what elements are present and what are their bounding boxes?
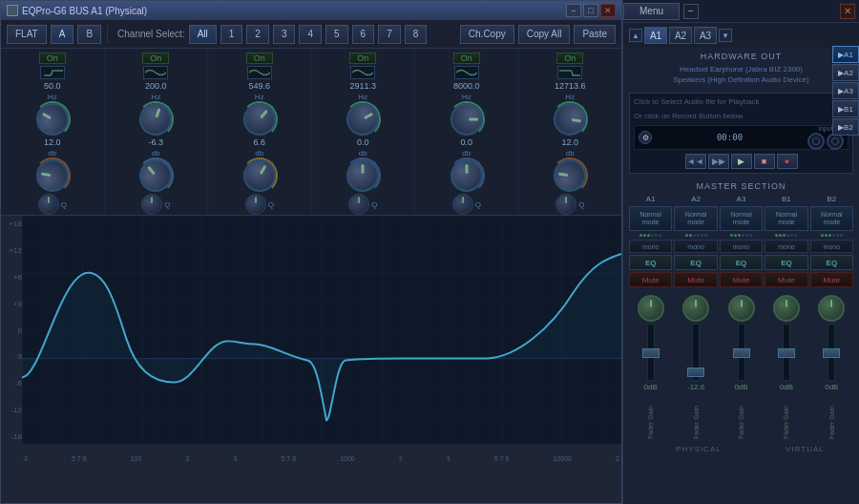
band-1-gain-knob[interactable] — [34, 159, 71, 192]
band-2-gain-knob[interactable] — [137, 159, 174, 192]
band-3-q-knob[interactable] — [245, 194, 266, 215]
fast-forward-btn[interactable]: ▶▶ — [708, 154, 729, 169]
preset-a-button[interactable]: A — [51, 25, 74, 44]
stop-btn[interactable]: ■ — [754, 154, 775, 169]
fader-a3-track[interactable] — [738, 324, 745, 381]
fader-a1-knob[interactable] — [638, 295, 664, 322]
band-2-freq-knob[interactable] — [137, 103, 174, 136]
minimize-btn[interactable]: − — [566, 4, 581, 17]
band-4-on-btn[interactable]: On — [349, 52, 376, 64]
side-label-a1[interactable]: ▶A1 — [832, 46, 859, 63]
band-4-q-knob[interactable] — [348, 194, 369, 215]
ch-2-btn[interactable]: 2 — [246, 25, 269, 44]
fader-a1-handle[interactable] — [642, 348, 660, 358]
band-1-filter-icon[interactable] — [40, 66, 65, 79]
ch-1-btn[interactable]: 1 — [220, 25, 243, 44]
paste-btn[interactable]: Paste — [574, 25, 616, 44]
ch-all-btn[interactable]: All — [189, 25, 217, 44]
ch-b2-mute-btn[interactable]: Mute — [810, 272, 853, 287]
record-btn[interactable]: ● — [777, 154, 798, 169]
rewind-btn[interactable]: ◄◄ — [685, 154, 706, 169]
fader-b1-knob[interactable] — [773, 295, 800, 322]
ch-8-btn[interactable]: 8 — [405, 25, 428, 44]
ch-a2-eq-btn[interactable]: EQ — [674, 255, 717, 270]
ch-a1-mono-btn[interactable]: mono — [629, 240, 672, 253]
preset-b-button[interactable]: B — [77, 25, 101, 44]
band-2-on-btn[interactable]: On — [142, 52, 169, 64]
ch-a3-mute-btn[interactable]: Mute — [720, 272, 763, 287]
ch-tab-a3[interactable]: A3 — [694, 27, 717, 44]
ch-4-btn[interactable]: 4 — [299, 25, 322, 44]
ch-b1-mono-btn[interactable]: mono — [765, 240, 807, 253]
close-btn[interactable]: ✕ — [600, 4, 616, 17]
eq-curve-display[interactable] — [22, 216, 621, 444]
menu-button[interactable]: Menu — [623, 3, 680, 20]
band-3-gain-knob[interactable] — [241, 159, 278, 192]
band-3-filter-icon[interactable] — [247, 66, 272, 79]
gear-icon[interactable]: ⚙ — [639, 131, 652, 144]
ch-a1-mode-btn[interactable]: Normalmode — [629, 206, 672, 231]
fader-a2-track[interactable] — [692, 324, 700, 381]
ch-b2-mono-btn[interactable]: mono — [810, 240, 853, 253]
ch-b1-eq-btn[interactable]: EQ — [765, 255, 807, 270]
play-btn[interactable]: ▶ — [731, 154, 752, 169]
band-1-on-btn[interactable]: On — [39, 52, 66, 64]
fader-b2-track[interactable] — [828, 324, 835, 381]
ch-a3-mode-btn[interactable]: Normalmode — [720, 206, 763, 231]
ch-nav-up[interactable]: ▲ — [629, 29, 642, 42]
ch-tab-a2[interactable]: A2 — [669, 27, 692, 44]
band-2-q-knob[interactable] — [141, 194, 162, 215]
ch-b1-mode-btn[interactable]: Normalmode — [765, 206, 807, 231]
ch-3-btn[interactable]: 3 — [273, 25, 296, 44]
side-label-a3[interactable]: ▶A3 — [832, 82, 859, 99]
band-6-on-btn[interactable]: On — [556, 52, 583, 64]
ch-a1-eq-btn[interactable]: EQ — [629, 255, 672, 270]
ch-a2-mono-btn[interactable]: mono — [674, 240, 717, 253]
ch-a1-mute-btn[interactable]: Mute — [629, 272, 672, 287]
ch-5-btn[interactable]: 5 — [325, 25, 348, 44]
ch-a3-mono-btn[interactable]: mono — [720, 240, 763, 253]
fader-b1-handle[interactable] — [778, 348, 795, 358]
fader-b2-knob[interactable] — [818, 295, 845, 322]
ch-a2-mute-btn[interactable]: Mute — [674, 272, 717, 287]
ch-a3-eq-btn[interactable]: EQ — [720, 255, 763, 270]
band-6-filter-icon[interactable] — [557, 66, 582, 79]
fader-a2-handle[interactable] — [687, 368, 704, 377]
fader-a3-knob[interactable] — [728, 295, 755, 322]
ch-6-btn[interactable]: 6 — [352, 25, 375, 44]
rp-minimize-btn[interactable]: − — [683, 4, 699, 19]
copy-all-btn[interactable]: Copy All — [518, 25, 571, 44]
band-1-q-knob[interactable] — [38, 194, 59, 215]
ch-b2-mode-btn[interactable]: Normalmode — [810, 206, 853, 231]
band-1-freq-knob[interactable] — [34, 103, 71, 136]
band-5-freq-knob[interactable] — [449, 103, 485, 136]
fader-b1-track[interactable] — [783, 324, 790, 381]
fader-a2-knob[interactable] — [682, 295, 709, 322]
side-label-a2[interactable]: ▶A2 — [832, 64, 859, 81]
band-5-filter-icon[interactable] — [454, 66, 479, 79]
maximize-btn[interactable]: □ — [583, 4, 598, 17]
fader-b2-handle[interactable] — [823, 348, 840, 358]
band-5-on-btn[interactable]: On — [453, 52, 480, 64]
band-3-freq-knob[interactable] — [241, 103, 278, 136]
band-6-freq-knob[interactable] — [552, 103, 588, 136]
ch-a2-mode-btn[interactable]: Normalmode — [674, 206, 717, 231]
fader-a1-track[interactable] — [647, 324, 655, 381]
ch-tab-a1[interactable]: A1 — [644, 27, 667, 44]
ch-b2-eq-btn[interactable]: EQ — [810, 255, 853, 270]
band-5-q-knob[interactable] — [452, 194, 473, 215]
band-4-freq-knob[interactable] — [345, 103, 381, 136]
band-6-gain-knob[interactable] — [552, 159, 588, 192]
band-4-gain-knob[interactable] — [345, 159, 381, 192]
band-5-gain-knob[interactable] — [449, 159, 485, 192]
band-4-filter-icon[interactable] — [350, 66, 375, 79]
side-label-b2[interactable]: ▶B2 — [832, 118, 859, 136]
rp-close-btn[interactable]: ✕ — [840, 4, 855, 19]
band-2-filter-icon[interactable] — [143, 66, 168, 79]
ch-copy-btn[interactable]: Ch.Copy — [460, 25, 514, 44]
band-6-q-knob[interactable] — [555, 194, 576, 215]
fader-a3-handle[interactable] — [733, 348, 750, 358]
band-3-on-btn[interactable]: On — [246, 52, 273, 64]
flat-button[interactable]: FLAT — [7, 25, 47, 44]
ch-7-btn[interactable]: 7 — [378, 25, 401, 44]
